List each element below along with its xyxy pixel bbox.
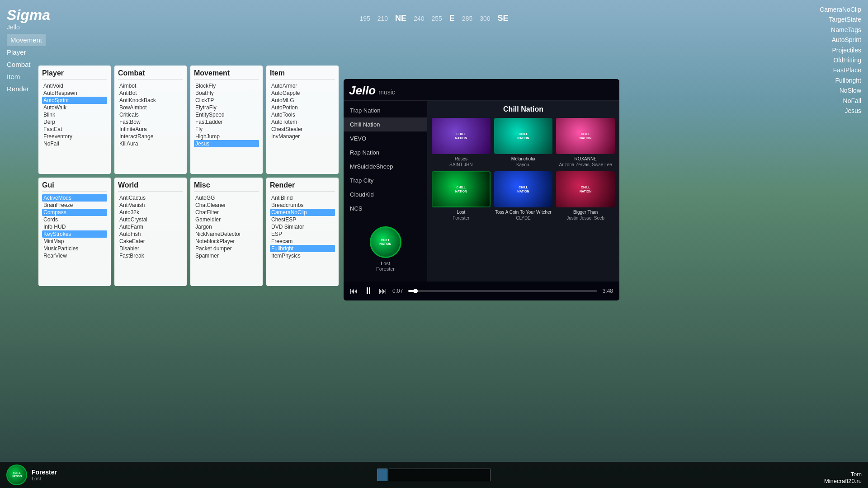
item-musicparticles[interactable]: MusicParticles	[42, 245, 107, 252]
album-item-5[interactable]: CHILLNATION Bigger ThanJustin Jesso, See…	[556, 171, 615, 221]
album-item-0[interactable]: CHILLNATION RosesSAINT JHN	[432, 118, 491, 168]
item-breadcrumbs[interactable]: Breadcrumbs	[270, 202, 335, 209]
progress-bar[interactable]	[408, 290, 597, 292]
playlist-item-cloudkid[interactable]: CloudKid	[344, 188, 427, 202]
item-packetdumper[interactable]: Packet dumper	[194, 245, 259, 252]
item-chestep[interactable]: ChestESP	[270, 216, 335, 223]
item-autocrystal[interactable]: AutoCrystal	[118, 216, 183, 223]
app-title: Sigma	[7, 7, 50, 23]
item-invmanager[interactable]: InvManager	[270, 133, 335, 140]
item-autofish[interactable]: AutoFish	[118, 230, 183, 238]
item-fastladder[interactable]: FastLadder	[194, 118, 259, 126]
item-antiblind[interactable]: AntiBlind	[270, 194, 335, 202]
album-item-3[interactable]: CHILLNATION LostForester	[432, 171, 491, 221]
item-noteblockplayer[interactable]: NoteblockPlayer	[194, 238, 259, 245]
item-blockfly[interactable]: BlockFly	[194, 82, 259, 89]
item-autowalk[interactable]: AutoWalk	[42, 104, 107, 111]
item-itemphysics[interactable]: ItemPhysics	[270, 252, 335, 259]
item-infiniteaura[interactable]: InfiniteAura	[118, 126, 183, 133]
playlist-item-chill-nation[interactable]: Chill Nation	[344, 117, 427, 131]
btn-fastforward[interactable]: ⏭	[379, 286, 387, 296]
btn-pause[interactable]: ⏸	[363, 285, 373, 297]
item-chatcleaner[interactable]: ChatCleaner	[194, 202, 259, 209]
item-highjump[interactable]: HighJump	[194, 133, 259, 140]
album-item-4[interactable]: CHILLNATION Toss A Coin To Your WitcherC…	[494, 171, 553, 221]
album-thumb-1: CHILLNATION	[494, 118, 553, 154]
item-jargon[interactable]: Jargon	[194, 223, 259, 230]
playlist-item-vevo[interactable]: VEVO	[344, 131, 427, 145]
playlist-item-trap-nation[interactable]: Trap Nation	[344, 103, 427, 117]
album-label-0: RosesSAINT JHN	[432, 156, 491, 168]
item-autopotion[interactable]: AutoPotion	[270, 104, 335, 111]
item-dvdsimlator[interactable]: DVD Simlator	[270, 223, 335, 230]
item-automlg[interactable]: AutoMLG	[270, 97, 335, 104]
item-keystrokes[interactable]: KeyStrokes	[42, 230, 107, 238]
item-nicknamedetector[interactable]: NickNameDetector	[194, 230, 259, 238]
item-cheststealer[interactable]: ChestStealer	[270, 126, 335, 133]
item-boatfly[interactable]: BoatFly	[194, 89, 259, 97]
item-blink[interactable]: Blink	[42, 111, 107, 118]
item-elytrafly[interactable]: ElytraFly	[194, 104, 259, 111]
playlist-item-rap-nation[interactable]: Rap Nation	[344, 145, 427, 160]
item-entityspeed[interactable]: EntitySpeed	[194, 111, 259, 118]
item-disabler[interactable]: Disabler	[118, 245, 183, 252]
item-fasteat[interactable]: FastEat	[42, 126, 107, 133]
item-gameidler[interactable]: GameIdler	[194, 216, 259, 223]
item-chatfilter[interactable]: ChatFilter	[194, 209, 259, 216]
item-fullbright[interactable]: Fullbright	[270, 245, 335, 252]
item-esp[interactable]: ESP	[270, 230, 335, 238]
progress-handle[interactable]	[413, 289, 418, 293]
item-jesus[interactable]: Jesus	[194, 140, 259, 147]
item-autosprint[interactable]: AutoSprint	[42, 97, 107, 104]
item-antiknockback[interactable]: AntiKnockBack	[118, 97, 183, 104]
menu-player[interactable]: Player	[7, 46, 46, 58]
item-freecam[interactable]: Freecam	[270, 238, 335, 245]
item-auto32k[interactable]: Auto32k	[118, 209, 183, 216]
item-autototem[interactable]: AutoTotem	[270, 118, 335, 126]
chat-input-box[interactable]	[389, 469, 491, 481]
item-derp[interactable]: Derp	[42, 118, 107, 126]
item-cakeeater[interactable]: CakeEater	[118, 238, 183, 245]
item-activemods[interactable]: ActiveMods	[42, 194, 107, 202]
menu-movement[interactable]: Movement	[7, 34, 46, 46]
compass-deg-285: 285	[458, 15, 476, 22]
item-fastbreak[interactable]: FastBreak	[118, 252, 183, 259]
playlist-item-mrsuicidesheep[interactable]: MrSuicideSheep	[344, 160, 427, 174]
item-anticactus[interactable]: AntiCactus	[118, 194, 183, 202]
item-antibot[interactable]: AntiBot	[118, 89, 183, 97]
item-autorespawn[interactable]: AutoRespawn	[42, 89, 107, 97]
item-freeventory[interactable]: Freeventory	[42, 133, 107, 140]
playlist-item-trap-city[interactable]: Trap City	[344, 174, 427, 188]
item-antivoid[interactable]: AntiVoid	[42, 82, 107, 89]
item-killaura[interactable]: KillAura	[118, 140, 183, 147]
item-autogg[interactable]: AutoGG	[194, 194, 259, 202]
item-criticals[interactable]: Criticals	[118, 111, 183, 118]
item-rearview[interactable]: RearView	[42, 252, 107, 259]
music-player: Jello music Trap Nation Chill Nation VEV…	[344, 79, 619, 300]
panel-movement: Movement BlockFly BoatFly ClickTP Elytra…	[190, 66, 263, 174]
item-brainfreeze[interactable]: BrainFreeze	[42, 202, 107, 209]
item-fastbow[interactable]: FastBow	[118, 118, 183, 126]
item-nofall[interactable]: NoFall	[42, 140, 107, 147]
item-autogapple[interactable]: AutoGapple	[270, 89, 335, 97]
album-item-2[interactable]: CHILLNATION ROXANNEArizona Zervas, Swae …	[556, 118, 615, 168]
item-interactrange[interactable]: InteractRange	[118, 133, 183, 140]
item-fly[interactable]: Fly	[194, 126, 259, 133]
panel-item: Item AutoArmor AutoGapple AutoMLG AutoPo…	[266, 66, 339, 174]
item-compass[interactable]: Compass	[42, 209, 107, 216]
item-clicktp[interactable]: ClickTP	[194, 97, 259, 104]
item-bowaimbot[interactable]: BowAimbot	[118, 104, 183, 111]
item-antivanish[interactable]: AntiVanish	[118, 202, 183, 209]
item-cameraclip[interactable]: CameraNoClip	[270, 209, 335, 216]
item-aimbot[interactable]: Aimbot	[118, 82, 183, 89]
item-autoarmor[interactable]: AutoArmor	[270, 82, 335, 89]
album-item-1[interactable]: CHILLNATION MelancholiaKayou.	[494, 118, 553, 168]
item-autofarm[interactable]: AutoFarm	[118, 223, 183, 230]
item-minimap[interactable]: MiniMap	[42, 238, 107, 245]
playlist-item-ncs[interactable]: NCS	[344, 202, 427, 216]
item-cords[interactable]: Cords	[42, 216, 107, 223]
item-autotools[interactable]: AutoTools	[270, 111, 335, 118]
item-infohud[interactable]: Info HUD	[42, 223, 107, 230]
item-spammer[interactable]: Spammer	[194, 252, 259, 259]
btn-rewind[interactable]: ⏮	[350, 286, 358, 296]
